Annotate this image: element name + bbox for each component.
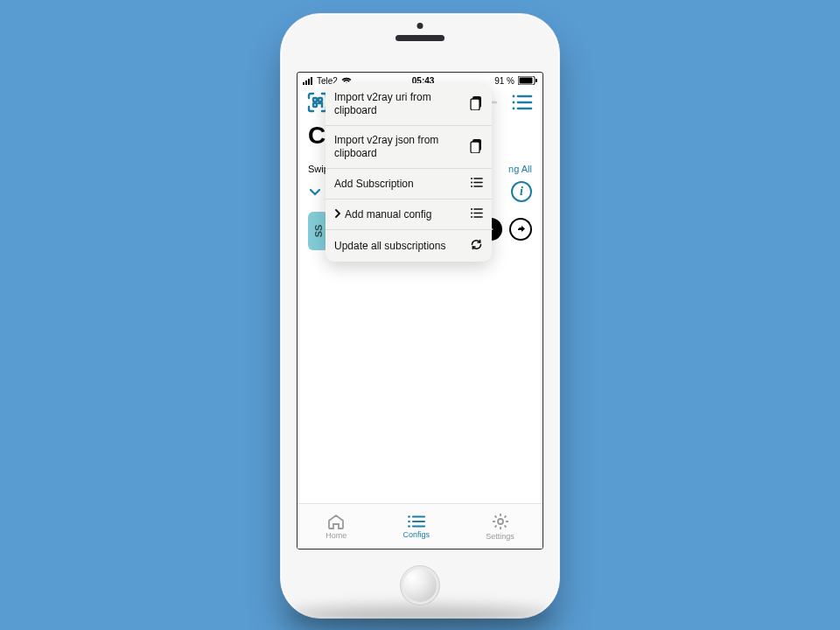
home-icon xyxy=(327,514,345,529)
svg-point-10 xyxy=(513,95,515,98)
svg-rect-9 xyxy=(313,103,317,107)
clipboard-icon xyxy=(470,95,483,113)
home-button[interactable] xyxy=(400,565,440,606)
menu-item-label: Add Subscription xyxy=(334,178,414,191)
share-icon[interactable] xyxy=(509,218,532,241)
tab-bar: Home Configs Settings xyxy=(298,503,542,549)
svg-rect-8 xyxy=(318,98,322,102)
menu-item-label: Update all subscriptions xyxy=(334,240,445,253)
gear-icon xyxy=(492,513,509,530)
menu-item-label: Add manual config xyxy=(345,208,431,221)
chevron-down-icon xyxy=(308,185,322,199)
ping-all-link[interactable]: ng All xyxy=(508,164,532,174)
svg-rect-2 xyxy=(308,79,310,85)
svg-rect-1 xyxy=(305,80,307,85)
tab-home[interactable]: Home xyxy=(326,514,346,540)
list-icon xyxy=(407,514,426,528)
menu-item-add-manual[interactable]: Add manual config xyxy=(326,200,492,230)
svg-rect-14 xyxy=(471,99,480,110)
phone-frame: Tele2 05:43 91 % xyxy=(280,13,560,619)
svg-point-17 xyxy=(471,178,472,179)
tab-settings[interactable]: Settings xyxy=(486,513,514,541)
svg-point-26 xyxy=(498,519,503,524)
add-menu-popover: Import v2ray uri from clipboard Import v… xyxy=(326,83,492,262)
tab-label: Settings xyxy=(486,532,514,541)
svg-point-18 xyxy=(471,182,472,184)
screen: Tele2 05:43 91 % xyxy=(297,72,543,550)
svg-point-24 xyxy=(408,520,410,522)
list-icon[interactable] xyxy=(511,93,534,116)
list-icon xyxy=(470,207,483,221)
chevron-right-icon xyxy=(334,208,341,221)
info-icon[interactable]: i xyxy=(511,181,532,202)
svg-point-20 xyxy=(471,208,472,210)
menu-item-import-json[interactable]: Import v2ray json from clipboard xyxy=(326,126,492,169)
svg-point-23 xyxy=(408,515,410,518)
svg-point-25 xyxy=(408,525,410,528)
svg-point-21 xyxy=(471,213,472,214)
signal-icon xyxy=(303,77,313,85)
menu-item-add-subscription[interactable]: Add Subscription xyxy=(326,169,492,200)
menu-item-import-uri[interactable]: Import v2ray uri from clipboard xyxy=(326,83,492,126)
phone-shadow xyxy=(289,606,551,625)
tab-label: Home xyxy=(326,531,346,540)
clipboard-icon xyxy=(470,138,483,156)
battery-icon xyxy=(518,76,537,85)
svg-rect-3 xyxy=(311,77,312,85)
svg-point-12 xyxy=(513,108,515,110)
refresh-icon xyxy=(470,238,483,254)
svg-rect-0 xyxy=(303,82,304,85)
svg-rect-5 xyxy=(520,78,533,84)
svg-point-22 xyxy=(471,216,472,218)
svg-rect-7 xyxy=(313,98,317,102)
battery-percent: 91 % xyxy=(494,76,514,86)
svg-rect-6 xyxy=(536,79,537,82)
tab-configs[interactable]: Configs xyxy=(402,514,430,539)
svg-point-19 xyxy=(471,186,472,187)
list-icon xyxy=(470,177,483,191)
phone-camera xyxy=(417,23,424,29)
svg-rect-16 xyxy=(471,142,480,153)
svg-point-11 xyxy=(513,102,515,104)
menu-item-label: Import v2ray json from clipboard xyxy=(334,134,463,160)
menu-item-update-subs[interactable]: Update all subscriptions xyxy=(326,230,492,262)
phone-speaker xyxy=(396,35,444,41)
menu-item-label: Import v2ray uri from clipboard xyxy=(334,91,462,117)
tab-label: Configs xyxy=(402,530,430,539)
